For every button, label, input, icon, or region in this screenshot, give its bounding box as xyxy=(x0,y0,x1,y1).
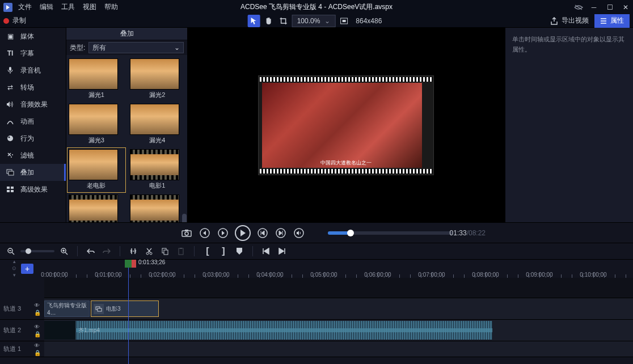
zoom-out-button[interactable] xyxy=(5,245,17,257)
sidebar-item-advfx[interactable]: 高级效果 xyxy=(0,181,66,198)
timeline-clip[interactable]: 齐1.mp4 xyxy=(44,321,492,340)
track-name: 轨道 2 xyxy=(3,326,21,335)
effect-thumb xyxy=(130,104,179,135)
timeline-clip[interactable]: 电影3 xyxy=(91,300,159,317)
sidebar-item-filter[interactable]: 滤镜 xyxy=(0,147,66,164)
track-header[interactable]: 轨道 2 👁🔒 xyxy=(0,320,44,341)
sidebar-item-subtitle[interactable]: TI字幕 xyxy=(0,45,66,62)
effect-item[interactable]: 漏光4 xyxy=(129,103,187,147)
edit-toolbar: [ ] xyxy=(0,243,633,260)
svg-point-30 xyxy=(150,252,152,255)
menu-help[interactable]: 帮助 xyxy=(104,2,118,12)
track-header[interactable]: 轨道 1 👁🔒 xyxy=(0,341,44,357)
effect-label: 电影1 xyxy=(130,180,185,192)
timeline-zoom-slider[interactable] xyxy=(20,250,54,252)
copy-button[interactable] xyxy=(159,245,171,257)
zoom-in-button[interactable] xyxy=(58,245,70,257)
mark-out-button[interactable]: ] xyxy=(217,245,230,257)
type-label: 类型: xyxy=(70,43,85,53)
add-track-button[interactable]: + xyxy=(21,264,33,274)
menu-file[interactable]: 文件 xyxy=(18,2,32,12)
lock-icon[interactable]: 🔒 xyxy=(34,310,41,316)
volume-slider[interactable] xyxy=(328,231,453,235)
effect-item[interactable]: 电影1 xyxy=(129,148,187,192)
goto-start-button[interactable] xyxy=(260,245,272,257)
record-label[interactable]: 录制 xyxy=(12,16,26,26)
paste-button[interactable] xyxy=(175,245,187,257)
track-body[interactable]: 飞鸟剪辑专业版4… 电影3 xyxy=(44,298,633,319)
track-header[interactable]: 轨道 3 👁🔒 xyxy=(0,298,44,319)
step-back-button[interactable] xyxy=(199,227,211,239)
type-select[interactable]: 所有⌄ xyxy=(88,42,184,53)
preview-area[interactable]: 中国四大道教名山之一 xyxy=(187,28,505,222)
zoom-fit-icon[interactable]: ⊙ xyxy=(11,265,18,272)
track-body[interactable]: 齐1.mp4 xyxy=(44,320,633,341)
visibility-icon[interactable] xyxy=(574,4,582,11)
play-button[interactable] xyxy=(235,225,251,241)
minimize-button[interactable]: ─ xyxy=(590,3,598,11)
mark-in-button[interactable]: [ xyxy=(201,245,214,257)
export-button[interactable]: 导出视频 xyxy=(550,16,589,26)
overlay-icon xyxy=(6,168,15,177)
menu-edit[interactable]: 编辑 xyxy=(40,2,53,12)
menu-view[interactable]: 视图 xyxy=(83,2,96,12)
properties-button[interactable]: 属性 xyxy=(594,14,630,28)
cut-button[interactable] xyxy=(143,245,155,257)
sidebar-item-transition[interactable]: ⇄转场 xyxy=(0,79,66,96)
visibility-icon[interactable]: 👁 xyxy=(34,342,41,349)
next-button[interactable] xyxy=(275,227,287,239)
volume-button[interactable] xyxy=(293,227,305,239)
fit-screen-icon[interactable] xyxy=(337,15,350,27)
svg-rect-36 xyxy=(98,308,102,311)
sidebar-item-recorder[interactable]: 录音机 xyxy=(0,62,66,79)
hand-tool[interactable] xyxy=(263,15,275,27)
redo-button[interactable] xyxy=(100,245,113,257)
sidebar-item-behavior[interactable]: 行为 xyxy=(0,130,66,147)
mic-icon xyxy=(6,66,15,75)
expand-down-icon[interactable]: ▾ xyxy=(11,272,18,279)
effect-thumb xyxy=(130,194,179,222)
track-body[interactable] xyxy=(44,341,633,357)
effects-tab[interactable]: 叠加 xyxy=(66,28,187,40)
effect-item[interactable]: 老电影 xyxy=(67,148,125,192)
sidebar-item-overlay[interactable]: 叠加 xyxy=(0,164,66,181)
sidebar-item-animation[interactable]: 动画 xyxy=(0,113,66,130)
effect-item[interactable]: 电影2 xyxy=(67,193,125,222)
prev-button[interactable] xyxy=(256,227,269,239)
lock-icon[interactable]: 🔒 xyxy=(34,350,41,356)
sidebar-item-audiofx[interactable]: 音频效果 xyxy=(0,96,66,113)
marker-button[interactable] xyxy=(233,245,246,257)
effect-item[interactable]: 漏光1 xyxy=(67,57,125,101)
split-button[interactable] xyxy=(127,245,140,257)
properties-panel: 单击时间轴或显示区域中的对象以显示其属性。 xyxy=(505,28,633,222)
effect-item[interactable]: 漏光3 xyxy=(67,103,125,147)
timeline: ▴ ⊙ ▾ + 0:01:33;26 0:00:00;000:01:00;000… xyxy=(0,260,633,364)
scrollbar-thumb[interactable] xyxy=(182,214,187,222)
playhead-flag-out-icon xyxy=(132,260,136,268)
pointer-tool[interactable] xyxy=(248,15,260,27)
step-forward-button[interactable] xyxy=(217,227,229,239)
snapshot-button[interactable] xyxy=(180,227,193,239)
crop-tool[interactable] xyxy=(277,15,290,27)
timeline-clip[interactable]: 飞鸟剪辑专业版4… xyxy=(44,300,90,317)
track-spacer xyxy=(44,278,633,298)
title-bar: 文件 编辑 工具 视图 帮助 ACDSee 飞鸟剪辑专业版 4 - ACDSee… xyxy=(0,0,633,14)
overlay-clip-icon xyxy=(94,304,104,314)
goto-end-button[interactable] xyxy=(276,245,288,257)
visibility-icon[interactable]: 👁 xyxy=(34,302,41,308)
timeline-ruler[interactable]: 0:01:33;26 0:00:00;000:01:00;000:02:00;0… xyxy=(44,260,633,278)
expand-up-icon[interactable]: ▴ xyxy=(11,259,18,265)
zoom-level[interactable]: 100.0%⌄ xyxy=(292,15,336,27)
effect-item[interactable]: 漏光2 xyxy=(129,57,187,101)
visibility-icon[interactable]: 👁 xyxy=(34,324,41,330)
menu-tools[interactable]: 工具 xyxy=(61,2,75,12)
undo-button[interactable] xyxy=(85,245,97,257)
effect-item[interactable]: 电影3 xyxy=(129,193,187,222)
preview-frame xyxy=(262,83,422,168)
maximize-button[interactable]: ☐ xyxy=(606,3,614,11)
lock-icon[interactable]: 🔒 xyxy=(34,331,41,337)
track-row: 轨道 3 👁🔒 飞鸟剪辑专业版4… 电影3 xyxy=(0,298,633,320)
sidebar-item-media[interactable]: ▣媒体 xyxy=(0,28,66,45)
time-display: 01:33/08:22 xyxy=(450,229,486,237)
close-button[interactable]: ✕ xyxy=(622,3,630,11)
